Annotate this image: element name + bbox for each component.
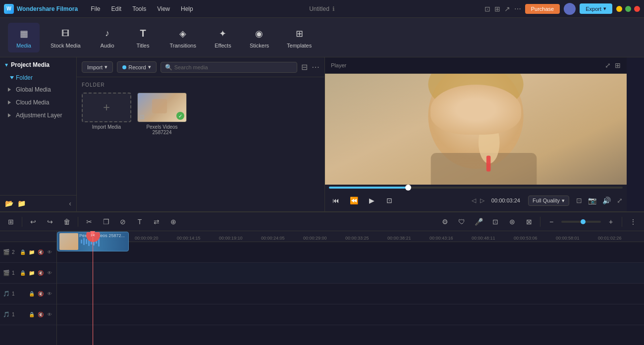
app-name: Wondershare Filmora (17, 5, 78, 12)
player-settings-icon[interactable]: ⊞ (615, 61, 621, 69)
minimize-button[interactable] (616, 6, 622, 12)
toolbar-audio[interactable]: ♪ Audio (92, 23, 123, 52)
purchase-button[interactable]: Purchase (525, 4, 560, 14)
zoom-out-button[interactable]: − (544, 215, 558, 229)
grid-icon[interactable]: ⊞ (494, 5, 500, 13)
import-button[interactable]: Import ▾ (82, 61, 113, 73)
menu-view[interactable]: View (152, 3, 175, 14)
toolbar-stickers[interactable]: ◉ Stickers (243, 23, 276, 52)
audio1-eye-icon[interactable]: 👁 (46, 290, 54, 298)
redo-button[interactable]: ↪ (43, 215, 57, 229)
track2-folder-icon[interactable]: 📁 (28, 248, 36, 256)
import-media-thumb[interactable]: + (82, 93, 131, 122)
export-chevron-icon: ▾ (603, 5, 606, 12)
time-display: 00:00:03:24 (491, 197, 520, 203)
avatar (564, 3, 576, 15)
folder-new-icon[interactable]: 📁 (17, 199, 26, 207)
toolbar-titles[interactable]: T Titles (127, 23, 159, 52)
menu-help[interactable]: Help (176, 3, 198, 14)
pexels-thumb[interactable]: 🖼 ✓ (137, 93, 187, 122)
mosaic-button[interactable]: ⊠ (522, 215, 536, 229)
play-button[interactable]: ▶ (365, 194, 378, 207)
menu-tools[interactable]: Tools (127, 3, 151, 14)
undo-button[interactable]: ↩ (26, 215, 40, 229)
menu-file[interactable]: File (86, 3, 105, 14)
layout-button[interactable]: ⊞ (4, 215, 18, 229)
ruler-mark-9: 00:00:43:16 (429, 236, 453, 241)
add-clip-button[interactable]: ⊕ (166, 215, 180, 229)
layers-button[interactable]: ⊡ (488, 215, 502, 229)
mark-out-icon[interactable]: ▷ (480, 197, 484, 204)
fullscreen2-icon[interactable]: ⤢ (617, 197, 623, 204)
sidebar-item-cloud-media[interactable]: Cloud Media (0, 96, 76, 109)
protect-button[interactable]: 🛡 (455, 215, 469, 229)
adjust-button[interactable]: ⇄ (150, 215, 163, 229)
track1-folder-icon[interactable]: 📁 (28, 269, 36, 277)
toolbar-stock-media[interactable]: 🎞 Stock Media (44, 23, 88, 52)
track2-mute-icon[interactable]: 🔇 (37, 248, 45, 256)
more-options-button[interactable]: ⋮ (626, 215, 640, 229)
audio2-eye-icon[interactable]: 👁 (46, 311, 54, 319)
player-expand-icon[interactable]: ⤢ (605, 61, 611, 69)
exclude-button[interactable]: ⊘ (116, 215, 130, 229)
record-button[interactable]: Record ▾ (117, 61, 156, 73)
menu-edit[interactable]: Edit (106, 3, 126, 14)
player-scrubber[interactable] (329, 187, 623, 189)
track1-eye-icon[interactable]: 👁 (46, 269, 54, 277)
quality-select[interactable]: Full Quality ▾ (528, 196, 569, 206)
zoom-in-button[interactable]: + (604, 215, 618, 229)
voiceover-button[interactable]: 🎤 (472, 215, 485, 229)
stock-media-label: Stock Media (51, 43, 81, 49)
toolbar-transitions[interactable]: ◈ Transitions (163, 23, 203, 52)
divider3 (540, 217, 540, 227)
frame-back-button[interactable]: ⏪ (347, 194, 361, 207)
audio1-lock-icon[interactable]: 🔒 (28, 290, 36, 298)
copy-button[interactable]: ❐ (99, 215, 113, 229)
audio2-mute-icon[interactable]: 🔇 (37, 311, 45, 319)
timeline-ruler[interactable]: 00:00:00 00:00:04:25 00:00:09:20 00:00:1… (57, 231, 644, 242)
share-icon[interactable]: ↗ (504, 5, 510, 13)
track1-mute-icon[interactable]: 🔇 (37, 269, 45, 277)
effects-label: Effects (215, 43, 231, 49)
text-button[interactable]: T (133, 215, 147, 229)
dots-icon[interactable]: ⋯ (514, 5, 521, 13)
sidebar-item-folder[interactable]: Folder (0, 72, 76, 83)
search-input[interactable] (174, 64, 293, 70)
maximize-button[interactable] (625, 6, 631, 12)
cut-button[interactable]: ✂ (82, 215, 96, 229)
toolbar-media[interactable]: ▦ Media (8, 23, 40, 52)
scrubber-thumb[interactable] (405, 185, 411, 191)
panel-collapse-icon[interactable]: ‹ (69, 199, 71, 207)
track2-eye-icon[interactable]: 👁 (46, 248, 54, 256)
zoom-slider[interactable] (561, 221, 601, 223)
export-button[interactable]: Export ▾ (580, 3, 612, 14)
audio2-lock-icon[interactable]: 🔒 (28, 311, 36, 319)
playhead[interactable] (93, 231, 93, 345)
fit-screen-icon[interactable]: ⊡ (576, 197, 582, 204)
delete-button[interactable]: 🗑 (60, 215, 74, 229)
filter-icon[interactable]: ⊟ (301, 62, 308, 72)
track1-lock-icon[interactable]: 🔒 (19, 269, 27, 277)
close-button[interactable] (634, 6, 640, 12)
folder-open-icon[interactable]: 📂 (5, 199, 13, 207)
step-back-button[interactable]: ⏮ (329, 194, 343, 207)
track-row-audio2 (57, 304, 644, 325)
volume-icon[interactable]: 🔊 (602, 197, 611, 204)
monitor-icon[interactable]: ⊡ (484, 5, 490, 13)
snapshot-icon[interactable]: 📷 (588, 197, 596, 204)
render-settings-button[interactable]: ⚙ (438, 215, 452, 229)
track2-lock-icon[interactable]: 🔒 (19, 248, 27, 256)
zoom-thumb[interactable] (581, 219, 586, 224)
mark-in-icon[interactable]: ◁ (472, 197, 476, 204)
scene-detect-button[interactable]: ⊛ (505, 215, 519, 229)
audio1-mute-icon[interactable]: 🔇 (37, 290, 45, 298)
audio1-icon: 🎵 (3, 291, 10, 297)
toolbar-effects[interactable]: ✦ Effects (207, 23, 239, 52)
toolbar-templates[interactable]: ⊞ Templates (280, 23, 319, 52)
sidebar-item-adjustment-layer[interactable]: Adjustment Layer (0, 109, 76, 122)
timeline-tracks: 00:00:00 00:00:04:25 00:00:09:20 00:00:1… (57, 231, 644, 345)
more-options-icon[interactable]: ⋯ (312, 62, 320, 72)
sidebar-item-global-media[interactable]: Global Media (0, 83, 76, 96)
fullscreen-button[interactable]: ⊡ (382, 194, 396, 207)
track1-num: 1 (12, 270, 15, 276)
